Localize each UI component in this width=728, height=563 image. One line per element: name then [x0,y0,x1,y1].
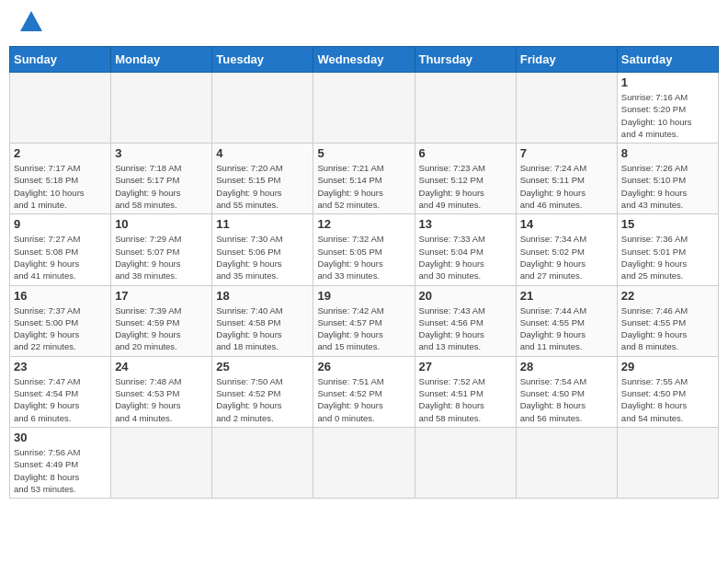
day-number: 22 [621,289,714,303]
weekday-header-wednesday: Wednesday [313,47,415,73]
day-info: Sunrise: 7:23 AM Sunset: 5:12 PM Dayligh… [419,162,512,211]
day-number: 11 [216,217,309,231]
day-number: 21 [520,289,613,303]
weekday-header-saturday: Saturday [617,47,718,73]
calendar-cell [111,427,212,498]
calendar-cell [516,427,617,498]
calendar-cell: 13Sunrise: 7:33 AM Sunset: 5:04 PM Dayli… [415,214,516,285]
calendar-cell [10,73,111,144]
day-info: Sunrise: 7:20 AM Sunset: 5:15 PM Dayligh… [216,162,309,211]
page: SundayMondayTuesdayWednesdayThursdayFrid… [0,0,728,508]
day-info: Sunrise: 7:43 AM Sunset: 4:56 PM Dayligh… [419,304,512,353]
day-number: 28 [520,360,613,373]
day-number: 14 [520,217,613,231]
week-row-5: 30Sunrise: 7:56 AM Sunset: 4:49 PM Dayli… [10,427,719,498]
weekday-header-tuesday: Tuesday [212,47,313,73]
calendar-cell: 5Sunrise: 7:21 AM Sunset: 5:14 PM Daylig… [313,144,415,214]
day-info: Sunrise: 7:48 AM Sunset: 4:53 PM Dayligh… [115,375,208,424]
logo [15,13,44,35]
week-row-3: 16Sunrise: 7:37 AM Sunset: 5:00 PM Dayli… [10,285,719,356]
day-number: 30 [14,431,107,444]
calendar-cell: 23Sunrise: 7:47 AM Sunset: 4:54 PM Dayli… [10,356,111,427]
day-number: 2 [14,146,107,160]
day-number: 17 [115,289,208,303]
day-info: Sunrise: 7:34 AM Sunset: 5:02 PM Dayligh… [520,233,613,282]
day-info: Sunrise: 7:18 AM Sunset: 5:17 PM Dayligh… [115,162,208,211]
day-info: Sunrise: 7:39 AM Sunset: 4:59 PM Dayligh… [115,304,208,353]
day-number: 18 [216,289,309,303]
calendar-cell: 6Sunrise: 7:23 AM Sunset: 5:12 PM Daylig… [415,144,516,214]
calendar-cell: 7Sunrise: 7:24 AM Sunset: 5:11 PM Daylig… [516,144,617,214]
day-number: 23 [14,360,107,373]
day-info: Sunrise: 7:55 AM Sunset: 4:50 PM Dayligh… [621,375,714,424]
calendar-cell: 25Sunrise: 7:50 AM Sunset: 4:52 PM Dayli… [212,356,313,427]
day-info: Sunrise: 7:44 AM Sunset: 4:55 PM Dayligh… [520,304,613,353]
day-info: Sunrise: 7:30 AM Sunset: 5:06 PM Dayligh… [216,233,309,282]
day-number: 12 [317,217,410,231]
weekday-header-friday: Friday [516,47,617,73]
week-row-2: 9Sunrise: 7:27 AM Sunset: 5:08 PM Daylig… [10,214,719,285]
svg-marker-0 [20,11,42,31]
day-info: Sunrise: 7:21 AM Sunset: 5:14 PM Dayligh… [317,162,410,211]
day-info: Sunrise: 7:47 AM Sunset: 4:54 PM Dayligh… [14,375,107,424]
calendar-cell [212,73,313,144]
calendar-cell: 27Sunrise: 7:52 AM Sunset: 4:51 PM Dayli… [415,356,516,427]
day-info: Sunrise: 7:32 AM Sunset: 5:05 PM Dayligh… [317,233,410,282]
calendar-cell: 17Sunrise: 7:39 AM Sunset: 4:59 PM Dayli… [111,285,212,356]
day-info: Sunrise: 7:52 AM Sunset: 4:51 PM Dayligh… [419,375,512,424]
day-info: Sunrise: 7:56 AM Sunset: 4:49 PM Dayligh… [14,446,107,495]
weekday-header-thursday: Thursday [415,47,516,73]
calendar-cell [313,73,415,144]
calendar-cell [516,73,617,144]
calendar-cell: 15Sunrise: 7:36 AM Sunset: 5:01 PM Dayli… [617,214,718,285]
weekday-header-row: SundayMondayTuesdayWednesdayThursdayFrid… [10,47,719,73]
day-number: 26 [317,360,410,373]
calendar-cell: 24Sunrise: 7:48 AM Sunset: 4:53 PM Dayli… [111,356,212,427]
calendar-cell: 8Sunrise: 7:26 AM Sunset: 5:10 PM Daylig… [617,144,718,214]
calendar-cell [313,427,415,498]
calendar-cell: 29Sunrise: 7:55 AM Sunset: 4:50 PM Dayli… [617,356,718,427]
day-info: Sunrise: 7:40 AM Sunset: 4:58 PM Dayligh… [216,304,309,353]
day-info: Sunrise: 7:24 AM Sunset: 5:11 PM Dayligh… [520,162,613,211]
day-number: 19 [317,289,410,303]
day-info: Sunrise: 7:17 AM Sunset: 5:18 PM Dayligh… [14,162,107,211]
header [9,9,719,39]
calendar-cell: 4Sunrise: 7:20 AM Sunset: 5:15 PM Daylig… [212,144,313,214]
day-number: 13 [419,217,512,231]
day-number: 15 [621,217,714,231]
week-row-4: 23Sunrise: 7:47 AM Sunset: 4:54 PM Dayli… [10,356,719,427]
day-number: 24 [115,360,208,373]
calendar-cell: 26Sunrise: 7:51 AM Sunset: 4:52 PM Dayli… [313,356,415,427]
calendar-cell: 21Sunrise: 7:44 AM Sunset: 4:55 PM Dayli… [516,285,617,356]
day-info: Sunrise: 7:36 AM Sunset: 5:01 PM Dayligh… [621,233,714,282]
calendar-cell [111,73,212,144]
day-number: 29 [621,360,714,373]
logo-icon [18,9,44,35]
day-info: Sunrise: 7:16 AM Sunset: 5:20 PM Dayligh… [621,91,714,140]
calendar-cell: 14Sunrise: 7:34 AM Sunset: 5:02 PM Dayli… [516,214,617,285]
day-number: 27 [419,360,512,373]
calendar-cell: 30Sunrise: 7:56 AM Sunset: 4:49 PM Dayli… [10,427,111,498]
calendar-cell: 20Sunrise: 7:43 AM Sunset: 4:56 PM Dayli… [415,285,516,356]
day-number: 1 [621,75,714,89]
day-number: 3 [115,146,208,160]
day-info: Sunrise: 7:27 AM Sunset: 5:08 PM Dayligh… [14,233,107,282]
week-row-1: 2Sunrise: 7:17 AM Sunset: 5:18 PM Daylig… [10,144,719,214]
calendar-cell: 10Sunrise: 7:29 AM Sunset: 5:07 PM Dayli… [111,214,212,285]
day-number: 6 [419,146,512,160]
day-info: Sunrise: 7:42 AM Sunset: 4:57 PM Dayligh… [317,304,410,353]
day-info: Sunrise: 7:29 AM Sunset: 5:07 PM Dayligh… [115,233,208,282]
day-number: 10 [115,217,208,231]
calendar-cell [212,427,313,498]
calendar-cell: 19Sunrise: 7:42 AM Sunset: 4:57 PM Dayli… [313,285,415,356]
calendar-cell: 9Sunrise: 7:27 AM Sunset: 5:08 PM Daylig… [10,214,111,285]
day-number: 16 [14,289,107,303]
day-number: 9 [14,217,107,231]
calendar: SundayMondayTuesdayWednesdayThursdayFrid… [9,46,719,499]
day-info: Sunrise: 7:50 AM Sunset: 4:52 PM Dayligh… [216,375,309,424]
day-info: Sunrise: 7:46 AM Sunset: 4:55 PM Dayligh… [621,304,714,353]
calendar-cell: 11Sunrise: 7:30 AM Sunset: 5:06 PM Dayli… [212,214,313,285]
day-info: Sunrise: 7:37 AM Sunset: 5:00 PM Dayligh… [14,304,107,353]
calendar-cell [617,427,718,498]
calendar-cell: 22Sunrise: 7:46 AM Sunset: 4:55 PM Dayli… [617,285,718,356]
